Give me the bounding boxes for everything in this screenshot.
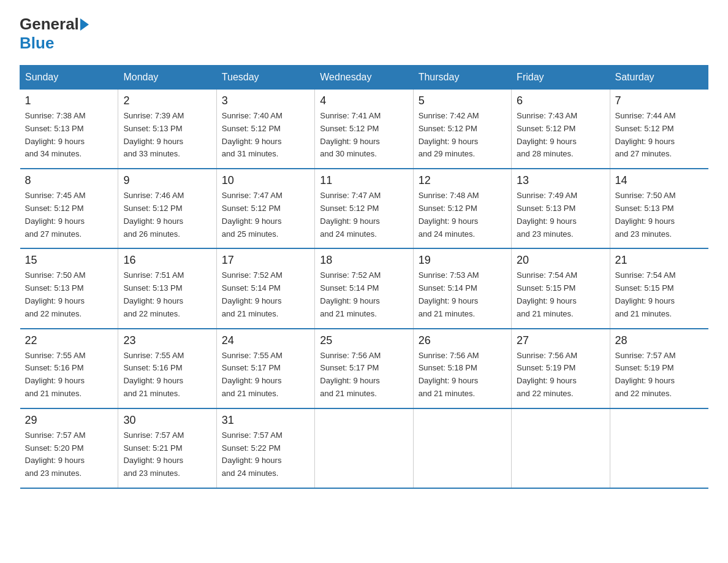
day-cell: 20 Sunrise: 7:54 AMSunset: 5:15 PMDaylig… bbox=[512, 248, 610, 328]
calendar-header-row: SundayMondayTuesdayWednesdayThursdayFrid… bbox=[20, 66, 708, 90]
day-cell: 24 Sunrise: 7:55 AMSunset: 5:17 PMDaylig… bbox=[216, 329, 314, 408]
day-number: 26 bbox=[419, 334, 506, 347]
day-number: 6 bbox=[517, 94, 604, 107]
day-info: Sunrise: 7:42 AMSunset: 5:12 PMDaylight:… bbox=[419, 110, 506, 161]
day-cell: 23 Sunrise: 7:55 AMSunset: 5:16 PMDaylig… bbox=[118, 329, 216, 408]
day-info: Sunrise: 7:50 AMSunset: 5:13 PMDaylight:… bbox=[615, 190, 703, 240]
header-saturday: Saturday bbox=[610, 66, 708, 90]
day-cell bbox=[413, 408, 511, 488]
day-number: 10 bbox=[222, 174, 309, 187]
day-number: 17 bbox=[222, 254, 309, 267]
day-info: Sunrise: 7:38 AMSunset: 5:13 PMDaylight:… bbox=[25, 110, 113, 161]
week-row-3: 15 Sunrise: 7:50 AMSunset: 5:13 PMDaylig… bbox=[20, 248, 708, 328]
day-cell: 31 Sunrise: 7:57 AMSunset: 5:22 PMDaylig… bbox=[216, 408, 314, 488]
day-info: Sunrise: 7:56 AMSunset: 5:17 PMDaylight:… bbox=[320, 350, 408, 400]
logo: General Blue bbox=[20, 15, 90, 53]
day-cell bbox=[610, 408, 708, 488]
day-cell: 18 Sunrise: 7:52 AMSunset: 5:14 PMDaylig… bbox=[315, 248, 413, 328]
day-number: 22 bbox=[25, 334, 113, 347]
day-number: 16 bbox=[123, 254, 211, 267]
day-cell: 27 Sunrise: 7:56 AMSunset: 5:19 PMDaylig… bbox=[512, 329, 610, 408]
day-number: 28 bbox=[615, 334, 703, 347]
day-number: 5 bbox=[419, 94, 506, 107]
day-info: Sunrise: 7:45 AMSunset: 5:12 PMDaylight:… bbox=[25, 190, 113, 240]
week-row-4: 22 Sunrise: 7:55 AMSunset: 5:16 PMDaylig… bbox=[20, 329, 708, 408]
day-number: 12 bbox=[419, 174, 506, 187]
day-cell: 4 Sunrise: 7:41 AMSunset: 5:12 PMDayligh… bbox=[315, 90, 413, 169]
week-row-1: 1 Sunrise: 7:38 AMSunset: 5:13 PMDayligh… bbox=[20, 90, 708, 169]
day-cell: 26 Sunrise: 7:56 AMSunset: 5:18 PMDaylig… bbox=[413, 329, 511, 408]
day-number: 21 bbox=[615, 254, 703, 267]
day-number: 11 bbox=[320, 174, 408, 187]
day-cell: 1 Sunrise: 7:38 AMSunset: 5:13 PMDayligh… bbox=[20, 90, 118, 169]
day-info: Sunrise: 7:41 AMSunset: 5:12 PMDaylight:… bbox=[320, 110, 408, 161]
day-cell: 21 Sunrise: 7:54 AMSunset: 5:15 PMDaylig… bbox=[610, 248, 708, 328]
header-monday: Monday bbox=[118, 66, 216, 90]
day-cell: 10 Sunrise: 7:47 AMSunset: 5:12 PMDaylig… bbox=[216, 169, 314, 248]
day-cell: 11 Sunrise: 7:47 AMSunset: 5:12 PMDaylig… bbox=[315, 169, 413, 248]
day-number: 15 bbox=[25, 254, 113, 267]
day-info: Sunrise: 7:51 AMSunset: 5:13 PMDaylight:… bbox=[123, 269, 211, 320]
day-cell: 29 Sunrise: 7:57 AMSunset: 5:20 PMDaylig… bbox=[20, 408, 118, 488]
day-number: 23 bbox=[123, 334, 211, 347]
day-cell: 13 Sunrise: 7:49 AMSunset: 5:13 PMDaylig… bbox=[512, 169, 610, 248]
day-info: Sunrise: 7:48 AMSunset: 5:12 PMDaylight:… bbox=[419, 190, 506, 240]
day-number: 18 bbox=[320, 254, 408, 267]
day-number: 1 bbox=[25, 94, 113, 107]
day-info: Sunrise: 7:44 AMSunset: 5:12 PMDaylight:… bbox=[615, 110, 703, 161]
day-info: Sunrise: 7:39 AMSunset: 5:13 PMDaylight:… bbox=[123, 110, 211, 161]
week-row-2: 8 Sunrise: 7:45 AMSunset: 5:12 PMDayligh… bbox=[20, 169, 708, 248]
logo-arrow-icon bbox=[80, 18, 89, 31]
day-cell: 17 Sunrise: 7:52 AMSunset: 5:14 PMDaylig… bbox=[216, 248, 314, 328]
day-info: Sunrise: 7:55 AMSunset: 5:16 PMDaylight:… bbox=[25, 350, 113, 400]
day-number: 29 bbox=[25, 414, 113, 427]
day-info: Sunrise: 7:57 AMSunset: 5:19 PMDaylight:… bbox=[615, 350, 703, 400]
day-info: Sunrise: 7:47 AMSunset: 5:12 PMDaylight:… bbox=[320, 190, 408, 240]
week-row-5: 29 Sunrise: 7:57 AMSunset: 5:20 PMDaylig… bbox=[20, 408, 708, 488]
day-cell: 6 Sunrise: 7:43 AMSunset: 5:12 PMDayligh… bbox=[512, 90, 610, 169]
day-cell bbox=[315, 408, 413, 488]
header-sunday: Sunday bbox=[20, 66, 118, 90]
day-info: Sunrise: 7:55 AMSunset: 5:16 PMDaylight:… bbox=[123, 350, 211, 400]
day-number: 13 bbox=[517, 174, 604, 187]
day-cell: 22 Sunrise: 7:55 AMSunset: 5:16 PMDaylig… bbox=[20, 329, 118, 408]
day-cell: 5 Sunrise: 7:42 AMSunset: 5:12 PMDayligh… bbox=[413, 90, 511, 169]
day-number: 31 bbox=[222, 414, 309, 427]
day-info: Sunrise: 7:56 AMSunset: 5:19 PMDaylight:… bbox=[517, 350, 604, 400]
day-cell: 15 Sunrise: 7:50 AMSunset: 5:13 PMDaylig… bbox=[20, 248, 118, 328]
header-thursday: Thursday bbox=[413, 66, 511, 90]
day-number: 8 bbox=[25, 174, 113, 187]
day-cell: 8 Sunrise: 7:45 AMSunset: 5:12 PMDayligh… bbox=[20, 169, 118, 248]
day-cell: 19 Sunrise: 7:53 AMSunset: 5:14 PMDaylig… bbox=[413, 248, 511, 328]
day-info: Sunrise: 7:57 AMSunset: 5:21 PMDaylight:… bbox=[123, 429, 211, 480]
day-info: Sunrise: 7:52 AMSunset: 5:14 PMDaylight:… bbox=[222, 269, 309, 320]
logo-blue-text: Blue bbox=[20, 34, 54, 53]
day-number: 27 bbox=[517, 334, 604, 347]
day-number: 9 bbox=[123, 174, 211, 187]
day-info: Sunrise: 7:54 AMSunset: 5:15 PMDaylight:… bbox=[615, 269, 703, 320]
day-number: 30 bbox=[123, 414, 211, 427]
day-cell: 14 Sunrise: 7:50 AMSunset: 5:13 PMDaylig… bbox=[610, 169, 708, 248]
day-number: 19 bbox=[419, 254, 506, 267]
calendar-table: SundayMondayTuesdayWednesdayThursdayFrid… bbox=[20, 65, 708, 489]
day-cell: 2 Sunrise: 7:39 AMSunset: 5:13 PMDayligh… bbox=[118, 90, 216, 169]
day-cell: 12 Sunrise: 7:48 AMSunset: 5:12 PMDaylig… bbox=[413, 169, 511, 248]
day-cell: 9 Sunrise: 7:46 AMSunset: 5:12 PMDayligh… bbox=[118, 169, 216, 248]
day-cell: 30 Sunrise: 7:57 AMSunset: 5:21 PMDaylig… bbox=[118, 408, 216, 488]
day-info: Sunrise: 7:54 AMSunset: 5:15 PMDaylight:… bbox=[517, 269, 604, 320]
day-info: Sunrise: 7:52 AMSunset: 5:14 PMDaylight:… bbox=[320, 269, 408, 320]
day-info: Sunrise: 7:53 AMSunset: 5:14 PMDaylight:… bbox=[419, 269, 506, 320]
day-cell: 3 Sunrise: 7:40 AMSunset: 5:12 PMDayligh… bbox=[216, 90, 314, 169]
day-cell: 7 Sunrise: 7:44 AMSunset: 5:12 PMDayligh… bbox=[610, 90, 708, 169]
day-info: Sunrise: 7:56 AMSunset: 5:18 PMDaylight:… bbox=[419, 350, 506, 400]
day-cell: 28 Sunrise: 7:57 AMSunset: 5:19 PMDaylig… bbox=[610, 329, 708, 408]
day-cell bbox=[512, 408, 610, 488]
day-number: 14 bbox=[615, 174, 703, 187]
day-cell: 16 Sunrise: 7:51 AMSunset: 5:13 PMDaylig… bbox=[118, 248, 216, 328]
day-cell: 25 Sunrise: 7:56 AMSunset: 5:17 PMDaylig… bbox=[315, 329, 413, 408]
logo-general-text: General bbox=[20, 15, 79, 34]
day-info: Sunrise: 7:55 AMSunset: 5:17 PMDaylight:… bbox=[222, 350, 309, 400]
day-number: 24 bbox=[222, 334, 309, 347]
day-number: 4 bbox=[320, 94, 408, 107]
day-info: Sunrise: 7:50 AMSunset: 5:13 PMDaylight:… bbox=[25, 269, 113, 320]
